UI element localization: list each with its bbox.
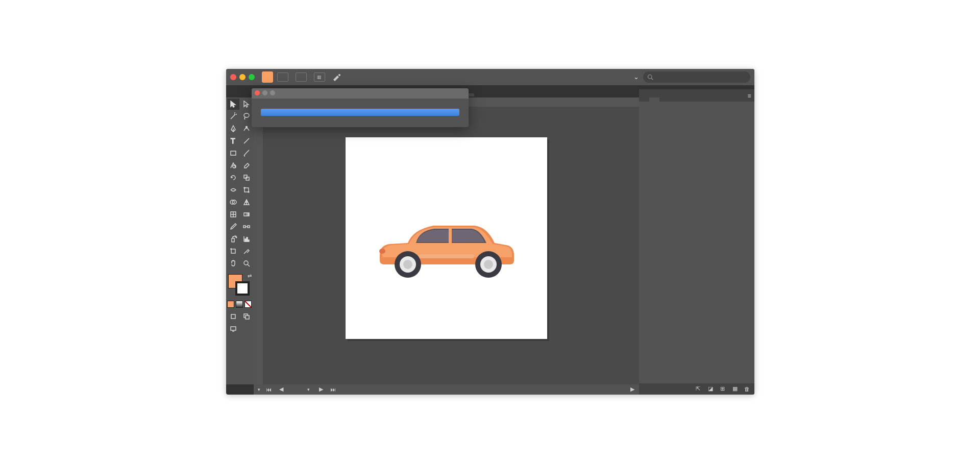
fill-stroke-swatches[interactable]: ⇄ [227, 273, 253, 298]
line-tool[interactable] [240, 135, 253, 147]
window-close-button[interactable] [230, 74, 236, 80]
stroke-color-swatch[interactable] [235, 281, 250, 296]
locate-object-icon[interactable]: ⇱ [694, 385, 702, 393]
first-artboard-button[interactable]: ⏮ [265, 386, 273, 393]
tab-properties[interactable] [639, 98, 649, 102]
prev-artboard-button[interactable]: ◀ [278, 386, 285, 393]
svg-rect-28 [245, 239, 246, 241]
draw-mode-behind[interactable] [240, 311, 253, 322]
gradient-mode[interactable] [236, 301, 243, 308]
svg-rect-38 [246, 315, 249, 319]
svg-rect-10 [246, 177, 249, 180]
svg-point-24 [235, 236, 236, 237]
blend-tool[interactable] [240, 221, 253, 232]
status-play-icon[interactable]: ▶ [629, 386, 636, 393]
dialog-traffic-lights [255, 90, 275, 95]
svg-line-6 [244, 138, 249, 143]
window-minimize-button[interactable] [239, 74, 246, 80]
type-tool[interactable]: T [227, 135, 239, 147]
none-mode[interactable] [244, 301, 252, 308]
zoom-control[interactable]: ▾ [257, 387, 260, 392]
create-sublayer-icon[interactable]: ⊞ [719, 385, 727, 393]
svg-point-42 [379, 249, 385, 254]
svg-rect-7 [231, 151, 236, 155]
stock-search-field[interactable] [643, 71, 750, 83]
pen-tool[interactable] [227, 123, 239, 134]
svg-point-4 [246, 126, 247, 128]
layers-panel [639, 102, 754, 383]
draw-mode-normal[interactable] [227, 311, 239, 322]
eraser-tool[interactable] [240, 160, 253, 171]
scale-tool[interactable] [240, 172, 253, 183]
shape-builder-tool[interactable] [227, 197, 239, 208]
magic-wand-tool[interactable] [227, 111, 239, 122]
new-layer-icon[interactable]: ▦ [731, 385, 739, 393]
brush-menu-icon[interactable] [332, 73, 341, 81]
svg-rect-31 [231, 249, 235, 253]
selection-tool[interactable] [227, 99, 239, 110]
svg-point-12 [244, 187, 245, 188]
panel-menu-icon[interactable]: ≡ [744, 90, 754, 102]
progress-dialog-titlebar[interactable] [252, 88, 469, 99]
shaper-tool[interactable] [227, 160, 239, 171]
paintbrush-tool[interactable] [240, 148, 253, 159]
solid-color-mode[interactable] [227, 301, 234, 308]
right-panel-column: ≡ ⇱ ◪ ⊞ ▦ 🗑 [639, 89, 754, 395]
tab-layers[interactable] [649, 98, 659, 102]
workspace-switcher[interactable]: ⌄ [631, 73, 639, 81]
direct-selection-tool[interactable] [240, 99, 253, 110]
svg-point-49 [484, 260, 493, 269]
svg-point-3 [244, 113, 249, 117]
window-maximize-button[interactable] [249, 74, 255, 80]
mesh-tool[interactable] [227, 209, 239, 220]
arrange-docs-icon[interactable]: ▦ [314, 72, 325, 82]
svg-line-2 [651, 78, 653, 80]
svg-point-0 [338, 74, 340, 76]
canvas-area[interactable] [254, 98, 639, 384]
delete-layer-icon[interactable]: 🗑 [743, 385, 751, 393]
rotate-tool[interactable] [227, 172, 239, 183]
width-tool[interactable] [227, 184, 239, 196]
slice-tool[interactable] [240, 246, 253, 257]
svg-point-46 [403, 260, 412, 269]
panel-tabstrip: ≡ [639, 89, 754, 102]
dialog-close-button[interactable] [255, 90, 260, 95]
toolbox: T [226, 98, 254, 384]
svg-rect-39 [231, 327, 236, 330]
rectangle-tool[interactable] [227, 148, 239, 159]
artboard-tool[interactable] [227, 246, 239, 257]
progress-dialog-body [252, 99, 469, 127]
last-artboard-button[interactable]: ⏭ [330, 386, 337, 393]
svg-rect-43 [418, 254, 474, 258]
illustrator-window: ▦ ⌄ T [226, 69, 754, 395]
artboard-dropdown[interactable]: ▾ [305, 386, 312, 393]
dialog-min-button [262, 90, 267, 95]
graph-tool[interactable] [240, 233, 253, 245]
progress-bar-track [261, 109, 459, 116]
curvature-tool[interactable] [240, 123, 253, 134]
make-clip-mask-icon[interactable]: ◪ [706, 385, 715, 393]
svg-point-25 [236, 237, 237, 238]
perspective-tool[interactable] [240, 197, 253, 208]
chevron-down-icon: ▾ [258, 387, 260, 392]
lasso-tool[interactable] [240, 111, 253, 122]
symbol-sprayer-tool[interactable] [227, 233, 239, 245]
screen-mode[interactable] [227, 323, 239, 334]
artboard [346, 137, 547, 339]
bridge-icon[interactable] [277, 72, 288, 82]
svg-rect-29 [247, 237, 248, 241]
svg-rect-41 [449, 229, 452, 243]
eyedropper-tool[interactable] [227, 221, 239, 232]
zoom-tool[interactable] [240, 258, 253, 269]
svg-rect-9 [244, 175, 247, 178]
gradient-tool[interactable] [240, 209, 253, 220]
svg-line-35 [248, 264, 250, 266]
svg-rect-19 [244, 213, 249, 216]
tab-libraries[interactable] [659, 98, 670, 102]
stock-icon[interactable] [296, 72, 307, 82]
swap-fill-stroke-icon[interactable]: ⇄ [248, 273, 252, 279]
hand-tool[interactable] [227, 258, 239, 269]
free-transform-tool[interactable] [240, 184, 253, 196]
next-artboard-button[interactable]: ▶ [317, 386, 325, 393]
car-illustration [372, 209, 520, 281]
